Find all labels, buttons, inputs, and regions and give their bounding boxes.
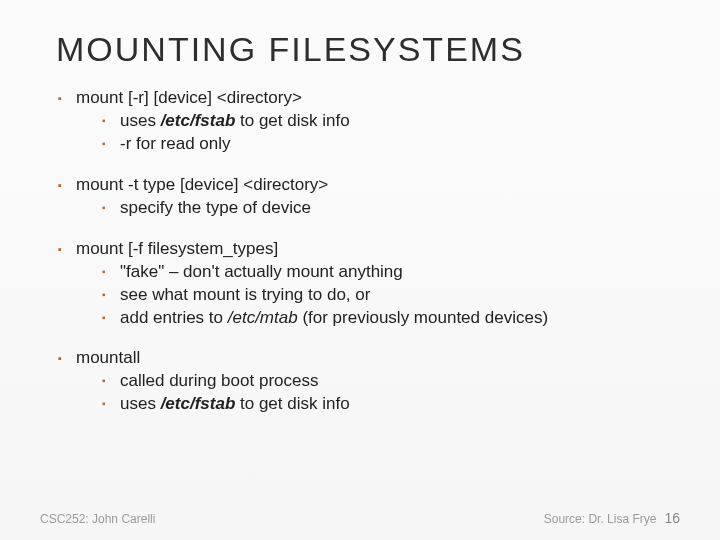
footer-left: CSC252: John Carelli (40, 512, 155, 526)
slide: MOUNTING FILESYSTEMS mount [-r] [device]… (0, 0, 720, 540)
bullet-add-mtab: add entries to /etc/mtab (for previously… (102, 307, 680, 330)
text: (for previously mounted devices) (298, 308, 548, 327)
bullet-mount-f: mount [-f filesystem_types] (58, 238, 680, 261)
group-mount-f: mount [-f filesystem_types] "fake" – don… (56, 238, 680, 330)
text: to get disk info (235, 394, 349, 413)
path-etc-fstab: /etc/fstab (161, 111, 236, 130)
bullet-boot-process: called during boot process (102, 370, 680, 393)
bullet-mount-t: mount -t type [device] <directory> (58, 174, 680, 197)
bullet-uses-fstab-2: uses /etc/fstab to get disk info (102, 393, 680, 416)
footer: CSC252: John Carelli Source: Dr. Lisa Fr… (40, 510, 680, 526)
slide-title: MOUNTING FILESYSTEMS (56, 30, 680, 69)
group-mountall: mountall called during boot process uses… (56, 347, 680, 416)
group-mount-r: mount [-r] [device] <directory> uses /et… (56, 87, 680, 156)
bullet-see-what: see what mount is trying to do, or (102, 284, 680, 307)
slide-body: mount [-r] [device] <directory> uses /et… (56, 87, 680, 416)
text: uses (120, 111, 161, 130)
text: uses (120, 394, 161, 413)
bullet-r-readonly: -r for read only (102, 133, 680, 156)
path-etc-mtab: /etc/mtab (228, 308, 298, 327)
footer-right: Source: Dr. Lisa Frye16 (544, 510, 680, 526)
path-etc-fstab-2: /etc/fstab (161, 394, 236, 413)
page-number: 16 (664, 510, 680, 526)
bullet-mountall: mountall (58, 347, 680, 370)
bullet-mount-r: mount [-r] [device] <directory> (58, 87, 680, 110)
text: to get disk info (235, 111, 349, 130)
bullet-uses-fstab: uses /etc/fstab to get disk info (102, 110, 680, 133)
bullet-specify-type: specify the type of device (102, 197, 680, 220)
bullet-fake: "fake" – don't actually mount anything (102, 261, 680, 284)
group-mount-t: mount -t type [device] <directory> speci… (56, 174, 680, 220)
text: add entries to (120, 308, 228, 327)
footer-source: Source: Dr. Lisa Frye (544, 512, 657, 526)
